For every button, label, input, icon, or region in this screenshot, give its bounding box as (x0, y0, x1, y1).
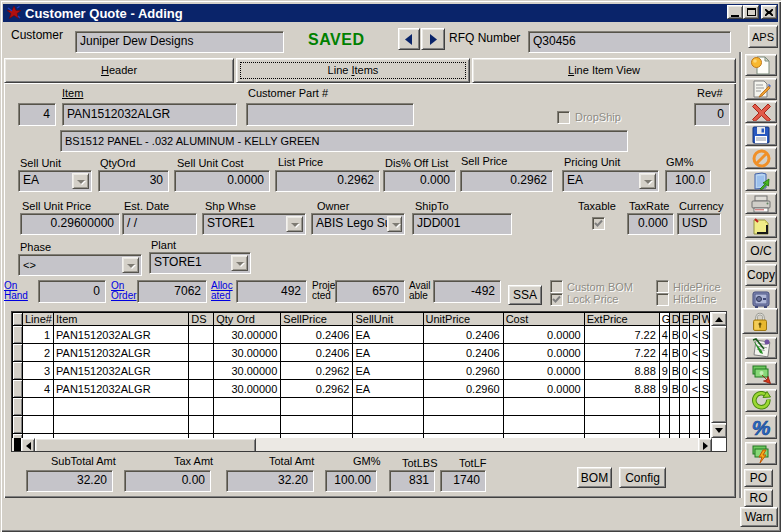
svg-text:%: % (752, 417, 771, 437)
